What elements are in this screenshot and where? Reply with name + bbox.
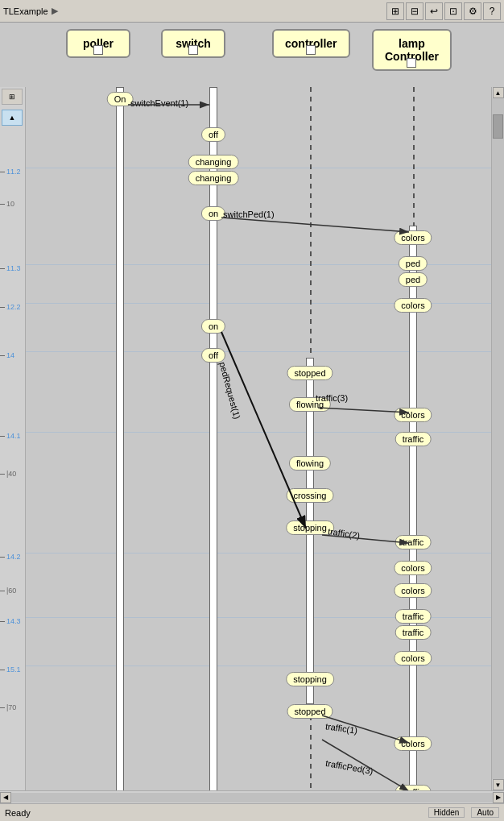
- toolbar-btn-6[interactable]: ?: [483, 2, 501, 20]
- ruler-mark-40: |40: [0, 470, 25, 478]
- titlebar: TLExample ▶ ⊞ ⊟ ↩ ⊡ ⚙ ?: [0, 0, 504, 23]
- state-off-1: off: [201, 127, 225, 142]
- msg-traffic1-label: traffic(1): [324, 721, 357, 735]
- state-flowing-2: flowing: [289, 456, 331, 471]
- scroll-right-btn[interactable]: ▶: [493, 792, 504, 803]
- scroll-up-btn[interactable]: ▲: [493, 87, 504, 98]
- msg-trafficPed3-label: trafficPed(3): [324, 758, 374, 776]
- state-traffic-2: traffic: [395, 535, 432, 549]
- ruler-mark-113: 11.3: [0, 264, 25, 272]
- msg-traffic3-label: traffic(3): [316, 393, 348, 403]
- app-title: TLExample: [3, 6, 48, 16]
- state-colors-7: colors: [394, 736, 432, 751]
- toolbar-icons: ⊞ ⊟ ↩ ⊡ ⚙ ?: [386, 2, 501, 20]
- actor-switch-connector: [188, 45, 198, 55]
- ruler-mark-141: 14.1: [0, 432, 25, 440]
- actor-poller-connector: [93, 45, 103, 55]
- grid-line-8: [26, 666, 491, 666]
- statusbar-right: Hidden Auto: [428, 807, 499, 818]
- auto-indicator[interactable]: Auto: [471, 807, 499, 818]
- diagram-container: ⊞ ▲ 11.2 10 11.3 12.2 14 14.1 |40: [0, 87, 504, 790]
- actor-lamp-connector: [407, 58, 416, 68]
- svg-line-3: [221, 218, 409, 232]
- horizontal-scrollbar[interactable]: ◀ ▶: [0, 790, 504, 803]
- toolbar-btn-5[interactable]: ⚙: [464, 2, 481, 20]
- msg-pedRequest-label: pedRequest(1): [217, 361, 242, 420]
- ruler-mark-70: |70: [0, 703, 25, 711]
- state-stopping-2: stopping: [286, 672, 334, 686]
- state-changing-2: changing: [188, 171, 239, 185]
- state-on-2: on: [201, 319, 225, 334]
- scroll-left-btn[interactable]: ◀: [0, 792, 11, 803]
- state-ped-2: ped: [399, 272, 428, 287]
- status-text: Ready: [5, 808, 428, 818]
- toolbar-btn-3[interactable]: ↩: [425, 2, 443, 20]
- state-colors-3: colors: [394, 408, 432, 422]
- ruler-mark-10: 10: [0, 200, 25, 208]
- activation-poller: [116, 87, 124, 790]
- ruler-mark-151: 15.1: [0, 666, 25, 674]
- state-on-1: on: [201, 206, 225, 221]
- grid-line-6: [26, 553, 491, 554]
- msg-traffic2-label: traffic(2): [327, 526, 360, 540]
- ruler: ⊞ ▲ 11.2 10 11.3 12.2 14 14.1 |40: [0, 87, 26, 790]
- state-changing-1: changing: [188, 155, 239, 169]
- ruler-mark-14: 14: [0, 351, 25, 359]
- actors-bar: poller switch controller lampController: [0, 23, 504, 87]
- scroll-thumb[interactable]: [493, 114, 503, 139]
- state-off-2: off: [201, 348, 225, 363]
- msg-switchEvent-label: switchEvent(1): [130, 98, 188, 108]
- actor-lamp-controller[interactable]: lampController: [372, 29, 452, 71]
- state-traffic-1: traffic: [395, 432, 432, 446]
- scroll-down-btn[interactable]: ▼: [493, 779, 504, 790]
- diagram-canvas: On switchEvent(1) off changing changing …: [26, 87, 491, 790]
- scroll-track[interactable]: [492, 98, 504, 779]
- state-traffic-3: traffic: [395, 609, 432, 624]
- toolbar-btn-4[interactable]: ⊡: [444, 2, 462, 20]
- state-traffic-5: traffic: [395, 785, 432, 790]
- state-colors-4: colors: [394, 561, 432, 575]
- actor-controller[interactable]: controller: [272, 29, 350, 58]
- state-colors-1: colors: [394, 230, 432, 245]
- state-on-init: On: [107, 92, 134, 106]
- toolbar-btn-2[interactable]: ⊟: [406, 2, 423, 20]
- state-traffic-4: traffic: [395, 625, 432, 640]
- ruler-icon-2[interactable]: ▲: [2, 110, 23, 126]
- state-ped-1: ped: [399, 256, 428, 271]
- toolbar-btn-1[interactable]: ⊞: [386, 2, 404, 20]
- ruler-mark-142: 14.2: [0, 553, 25, 561]
- actor-poller[interactable]: poller: [66, 29, 130, 58]
- grid-line-1: [26, 168, 491, 168]
- state-colors-6: colors: [394, 651, 432, 666]
- grid-line-4: [26, 351, 491, 352]
- ruler-mark-122: 12.2: [0, 303, 25, 311]
- ruler-mark-60: |60: [0, 587, 25, 595]
- msg-switchPed-label: switchPed(1): [223, 209, 275, 219]
- state-stopped-1: stopped: [287, 366, 333, 380]
- actor-controller-connector: [306, 45, 316, 55]
- ruler-mark-143: 14.3: [0, 617, 25, 625]
- state-crossing-1: crossing: [287, 488, 334, 503]
- hidden-indicator[interactable]: Hidden: [428, 807, 465, 818]
- actor-switch[interactable]: switch: [161, 29, 225, 58]
- activation-switch: [209, 87, 217, 790]
- statusbar: Ready Hidden Auto: [0, 803, 504, 821]
- state-colors-5: colors: [394, 583, 432, 598]
- ruler-mark-112: 11.2: [0, 168, 25, 176]
- state-colors-2: colors: [394, 298, 432, 313]
- vertical-scrollbar[interactable]: ▲ ▼: [491, 87, 504, 790]
- scroll-h-track[interactable]: [11, 793, 493, 802]
- title-arrow: ▶: [52, 6, 58, 16]
- ruler-icon-top[interactable]: ⊞: [2, 89, 23, 105]
- state-stopped-2: stopped: [287, 704, 333, 719]
